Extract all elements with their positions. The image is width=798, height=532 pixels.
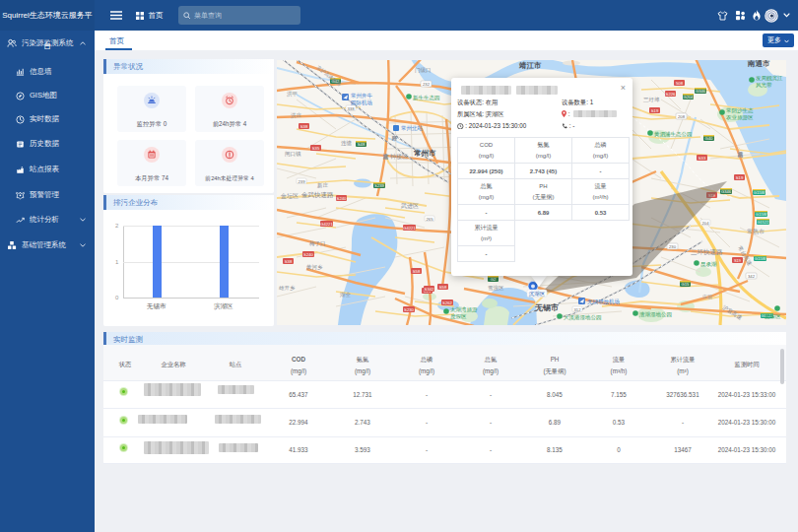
- svg-text:靖江市: 靖江市: [518, 61, 542, 70]
- svg-text:312: 312: [574, 307, 582, 312]
- svg-text:度假区: 度假区: [765, 313, 781, 320]
- svg-text:三圩埠: 三圩埠: [643, 97, 660, 102]
- svg-text:无锡硕放机场: 无锡硕放机场: [587, 299, 620, 305]
- svg-text:洪甲: 洪甲: [287, 91, 298, 98]
- svg-text:508: 508: [676, 81, 684, 86]
- svg-text:S33: S33: [698, 156, 706, 161]
- svg-text:S240: S240: [303, 252, 313, 257]
- svg-text:S226: S226: [666, 92, 676, 97]
- svg-text:G4221: G4221: [320, 222, 333, 227]
- svg-text:农业旅游区: 农业旅游区: [726, 114, 754, 121]
- svg-text:G15W: G15W: [756, 212, 767, 217]
- svg-text:S58: S58: [439, 285, 447, 290]
- svg-text:连塘: 连塘: [341, 140, 353, 147]
- svg-text:230: 230: [669, 244, 677, 249]
- svg-text:庄前: 庄前: [702, 294, 712, 299]
- svg-text:三环快速路: 三环快速路: [691, 248, 723, 256]
- svg-text:常州市: 常州市: [414, 149, 436, 158]
- svg-text:常州北站: 常州北站: [401, 125, 424, 132]
- svg-text:洪庄: 洪庄: [291, 112, 302, 119]
- svg-text:G15: G15: [682, 282, 691, 287]
- svg-text:208: 208: [678, 114, 686, 119]
- svg-text:G15W: G15W: [754, 190, 765, 195]
- svg-text:S239: S239: [374, 183, 384, 188]
- svg-text:闸口镇: 闸口镇: [285, 151, 301, 158]
- svg-text:发周靓滨江: 发周靓滨江: [756, 75, 783, 82]
- svg-text:G4221: G4221: [403, 226, 416, 231]
- svg-text:342: 342: [748, 274, 756, 279]
- svg-text:无锡市: 无锡市: [534, 302, 559, 312]
- svg-text:S38: S38: [300, 124, 308, 129]
- svg-text:S19: S19: [734, 258, 742, 263]
- svg-text:G1522: G1522: [757, 220, 769, 225]
- svg-text:昆承湖: 昆承湖: [700, 261, 717, 268]
- svg-text:S342: S342: [425, 287, 434, 292]
- svg-text:门级口: 门级口: [415, 67, 432, 74]
- svg-text:钟楼区: 钟楼区: [389, 153, 408, 160]
- svg-text:大溪港湿地公园: 大溪港湿地公园: [564, 314, 602, 321]
- svg-text:金武快速路: 金武快速路: [301, 191, 334, 199]
- svg-text:S240: S240: [337, 196, 347, 201]
- svg-text:232: 232: [423, 82, 431, 87]
- svg-text:新生生态园: 新生生态园: [413, 95, 440, 101]
- svg-text:S38: S38: [285, 259, 293, 264]
- svg-text:黄泗浦生态公园: 黄泗浦生态公园: [654, 131, 693, 138]
- svg-text:S19: S19: [736, 175, 744, 180]
- svg-text:黄河乡: 黄河乡: [306, 264, 323, 271]
- svg-text:G40: G40: [705, 136, 714, 141]
- svg-text:新庄: 新庄: [317, 182, 329, 188]
- svg-text:武进区: 武进区: [401, 202, 419, 210]
- svg-text:G15W: G15W: [755, 256, 766, 261]
- svg-text:太湖湾旅游: 太湖湾旅游: [450, 306, 478, 313]
- svg-text:湖全: 湖全: [339, 292, 352, 298]
- svg-text:204: 204: [702, 221, 710, 226]
- svg-text:G346: G346: [721, 189, 732, 194]
- svg-text:梅子口: 梅子口: [308, 240, 326, 247]
- svg-text:雪浪区: 雪浪区: [488, 285, 504, 292]
- svg-text:239: 239: [299, 179, 306, 184]
- svg-text:常熟市: 常熟市: [747, 228, 765, 234]
- svg-text:南通市: 南通市: [747, 60, 770, 68]
- svg-text:常阴沙生态: 常阴沙生态: [726, 107, 754, 114]
- svg-text:风光带: 风光带: [756, 82, 772, 89]
- svg-text:雄开乡: 雄开乡: [278, 285, 296, 291]
- svg-text:滨湖区: 滨湖区: [529, 291, 546, 298]
- svg-text:G204: G204: [683, 95, 694, 100]
- svg-text:338: 338: [348, 106, 356, 111]
- svg-text:S48: S48: [358, 142, 366, 147]
- svg-text:S230: S230: [404, 307, 414, 312]
- svg-text:金坛区: 金坛区: [280, 192, 299, 199]
- svg-text:度假区: 度假区: [450, 313, 467, 320]
- svg-text:S58: S58: [413, 269, 421, 274]
- svg-text:G2: G2: [491, 277, 497, 282]
- svg-text:S35: S35: [312, 146, 320, 151]
- svg-text:S262: S262: [442, 300, 452, 305]
- svg-text:265: 265: [427, 217, 434, 222]
- svg-text:常州奔牛: 常州奔牛: [351, 93, 373, 99]
- svg-text:G346: G346: [696, 89, 706, 94]
- svg-text:国际机场: 国际机场: [351, 100, 372, 106]
- svg-text:漕湖湿地公园: 漕湖湿地公园: [638, 311, 672, 318]
- svg-text:S19: S19: [651, 108, 659, 113]
